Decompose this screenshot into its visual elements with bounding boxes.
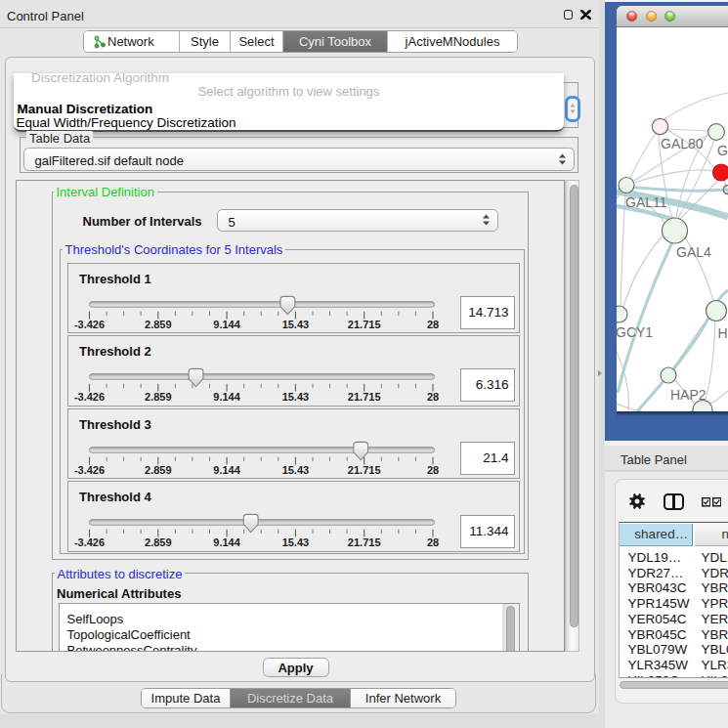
svg-text:GA: GA bbox=[717, 142, 728, 157]
svg-text:GAL11: GAL11 bbox=[625, 193, 667, 209]
svg-text:-3.426: -3.426 bbox=[73, 536, 104, 548]
svg-text:9.144: 9.144 bbox=[213, 536, 240, 548]
svg-text:21.715: 21.715 bbox=[347, 318, 380, 329]
svg-text:9.144: 9.144 bbox=[213, 463, 240, 475]
svg-text:28: 28 bbox=[426, 536, 438, 548]
svg-text:HAP2: HAP2 bbox=[670, 386, 707, 402]
svg-text:21.715: 21.715 bbox=[347, 391, 380, 403]
svg-text:9.144: 9.144 bbox=[213, 391, 240, 403]
svg-text:-3.426: -3.426 bbox=[73, 463, 104, 475]
svg-text:15.43: 15.43 bbox=[281, 391, 309, 403]
svg-text:15.43: 15.43 bbox=[281, 536, 309, 548]
svg-text:C: C bbox=[722, 182, 728, 197]
svg-text:21.715: 21.715 bbox=[347, 536, 380, 548]
svg-text:GAL80: GAL80 bbox=[661, 136, 704, 151]
svg-text:9.144: 9.144 bbox=[213, 318, 240, 329]
svg-text:2.859: 2.859 bbox=[145, 391, 172, 403]
svg-text:28: 28 bbox=[426, 318, 438, 329]
svg-text:GAL4: GAL4 bbox=[676, 244, 711, 260]
svg-text:-3.426: -3.426 bbox=[73, 391, 104, 403]
svg-text:28: 28 bbox=[426, 463, 438, 475]
svg-text:28: 28 bbox=[426, 391, 438, 403]
svg-text:2.859: 2.859 bbox=[145, 318, 172, 329]
svg-text:2.859: 2.859 bbox=[145, 463, 172, 475]
svg-text:21.715: 21.715 bbox=[347, 463, 380, 475]
svg-text:H: H bbox=[718, 324, 728, 340]
svg-text:15.43: 15.43 bbox=[281, 463, 309, 475]
svg-text:GCY1: GCY1 bbox=[617, 323, 653, 339]
svg-text:2.859: 2.859 bbox=[145, 536, 172, 548]
svg-text:-3.426: -3.426 bbox=[73, 318, 104, 329]
svg-text:15.43: 15.43 bbox=[281, 318, 309, 329]
